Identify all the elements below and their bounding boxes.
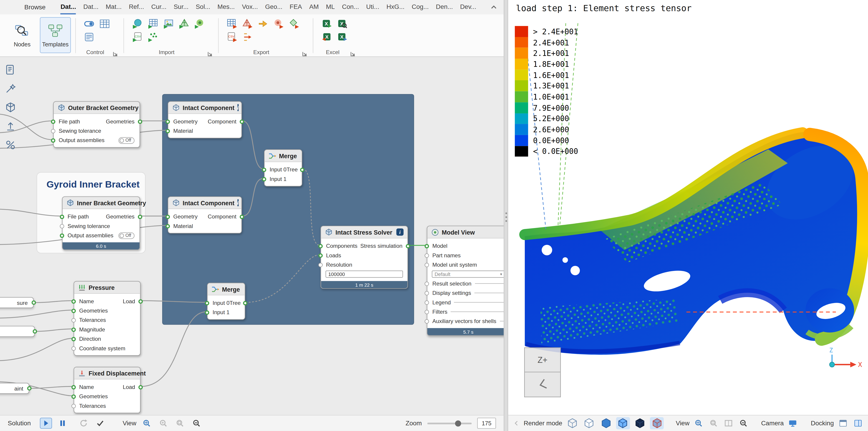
port[interactable]	[262, 167, 266, 172]
render-shaded-icon[interactable]	[599, 417, 613, 429]
port[interactable]	[51, 138, 55, 142]
import-csv-icon[interactable]: CSV	[130, 30, 144, 44]
node-header[interactable]: Intact Component i	[168, 197, 241, 209]
ribbon-tab-8[interactable]: Vox...	[242, 0, 258, 14]
node-merge-1[interactable]: Merge Input 0 Tree Input 1	[264, 150, 302, 187]
port[interactable]	[71, 318, 76, 322]
zoom-in-icon[interactable]	[157, 418, 170, 429]
import-pointcloud-icon[interactable]	[146, 30, 159, 44]
port[interactable]	[71, 337, 76, 341]
node-header[interactable]: Outer Bracket Geometry	[54, 102, 140, 114]
excel-launcher-icon[interactable]	[350, 49, 356, 56]
node-pressure[interactable]: Pressure Name Load Geometries	[74, 281, 141, 356]
ribbon-tab-2[interactable]: Mat...	[106, 0, 122, 14]
collapse-ribbon-icon[interactable]	[489, 3, 498, 11]
ribbon-tab-3[interactable]: Ref...	[129, 0, 144, 14]
port[interactable]	[51, 129, 55, 133]
export-mesh-icon[interactable]	[241, 17, 254, 30]
port[interactable]	[262, 177, 266, 181]
offscreen-node-pressure-name[interactable]: sure	[0, 297, 34, 308]
port[interactable]	[425, 244, 429, 248]
render-hidden-line-icon[interactable]	[583, 417, 596, 429]
port[interactable]	[138, 299, 143, 303]
fit-view-icon[interactable]	[693, 418, 705, 429]
offscreen-node-magnitude-value[interactable]	[0, 326, 35, 337]
node-header[interactable]: Merge	[208, 283, 245, 296]
ribbon-tab-12[interactable]: ML	[326, 0, 335, 14]
import-field-icon[interactable]	[193, 17, 206, 30]
port[interactable]	[71, 394, 76, 398]
port[interactable]	[425, 300, 429, 304]
zoom-slider[interactable]	[427, 422, 472, 424]
render-shaded-edges-icon[interactable]	[616, 417, 630, 429]
fit-graph-icon[interactable]	[141, 418, 153, 429]
unit-system-dropdown[interactable]: Default▾	[432, 270, 504, 278]
node-inner-bracket-geometry[interactable]: Inner Bracket Geometry File path Geometr…	[62, 196, 140, 250]
render-xray-icon[interactable]	[650, 417, 664, 429]
port[interactable]	[205, 301, 209, 305]
export-launcher-icon[interactable]	[302, 49, 308, 56]
notes-icon[interactable]	[4, 64, 17, 76]
node-header[interactable]: Fixed Displacement	[74, 367, 140, 379]
excel-read-icon[interactable]: X	[320, 17, 333, 30]
node-intact-component-1[interactable]: Intact Component i Geometry Component Ma…	[168, 101, 242, 138]
excel-write-icon[interactable]: X	[320, 30, 333, 44]
validate-checkbox[interactable]	[94, 418, 106, 429]
port[interactable]	[32, 300, 36, 305]
wand-icon[interactable]	[4, 82, 17, 95]
node-header[interactable]: Intact Component i	[168, 102, 241, 114]
info-badge[interactable]: i	[237, 199, 239, 206]
port[interactable]	[425, 263, 429, 267]
zoom-selected-icon[interactable]	[708, 418, 719, 429]
ribbon-tab-5[interactable]: Sur...	[174, 0, 188, 14]
inspect-icon[interactable]	[738, 418, 749, 429]
camera-icon[interactable]	[787, 418, 799, 429]
node-outer-bracket-geometry[interactable]: Outer Bracket Geometry File path Geometr…	[53, 101, 140, 147]
info-badge[interactable]: i	[237, 104, 239, 111]
node-header[interactable]: Inner Bracket Geometry	[63, 197, 140, 209]
port[interactable]	[60, 214, 64, 219]
ribbon-tab-18[interactable]: Dev...	[460, 0, 476, 14]
ribbon-tab-15[interactable]: HxG...	[386, 0, 404, 14]
info-badge[interactable]: i	[397, 228, 404, 236]
form-icon[interactable]	[83, 30, 96, 44]
ribbon-tab-16[interactable]: Cog...	[412, 0, 429, 14]
ribbon-tab-14[interactable]: Uti...	[366, 0, 379, 14]
port[interactable]	[165, 214, 170, 219]
port[interactable]	[165, 129, 170, 133]
port[interactable]	[425, 309, 429, 314]
refresh-button[interactable]	[78, 418, 90, 429]
resolution-input[interactable]: 100000	[326, 270, 403, 278]
node-merge-2[interactable]: Merge Input 0 Tree Input 1	[207, 283, 245, 320]
node-intact-stress-solver[interactable]: Intact Stress Solver i Components Stress…	[320, 226, 408, 289]
overview-icon[interactable]	[191, 418, 203, 429]
port[interactable]	[138, 119, 142, 124]
control-launcher-icon[interactable]	[112, 49, 119, 56]
ribbon-tab-4[interactable]: Cur...	[151, 0, 166, 14]
chevron-left-icon[interactable]	[513, 418, 521, 429]
import-mesh-icon[interactable]	[177, 17, 190, 30]
port[interactable]	[425, 281, 429, 286]
export-arrows-icon[interactable]	[241, 30, 254, 44]
port[interactable]	[33, 329, 37, 333]
port[interactable]	[71, 327, 76, 332]
ribbon-tab-11[interactable]: AM	[309, 0, 319, 14]
export-field-icon[interactable]	[272, 17, 285, 30]
toggle-off[interactable]: Off	[119, 137, 134, 143]
port[interactable]	[71, 346, 76, 350]
ribbon-tab-9[interactable]: Geo...	[265, 0, 282, 14]
node-fixed-displacement[interactable]: Fixed Displacement Name Load Geometries	[74, 367, 141, 413]
pause-button[interactable]	[56, 418, 68, 429]
node-model-view[interactable]: Model View Model Part names Model unit s…	[427, 226, 504, 336]
port[interactable]	[425, 291, 429, 295]
table-icon[interactable]	[98, 17, 111, 30]
import-geometry-icon[interactable]	[130, 17, 144, 30]
port[interactable]	[71, 308, 76, 313]
excel-run-icon[interactable]: X	[336, 30, 349, 44]
toggle-icon[interactable]	[83, 17, 96, 30]
rotate-view-button[interactable]	[524, 372, 561, 397]
front-view-button[interactable]: Z+	[524, 347, 561, 372]
port[interactable]	[71, 403, 76, 408]
port[interactable]	[205, 310, 209, 314]
import-table-icon[interactable]	[146, 17, 159, 30]
